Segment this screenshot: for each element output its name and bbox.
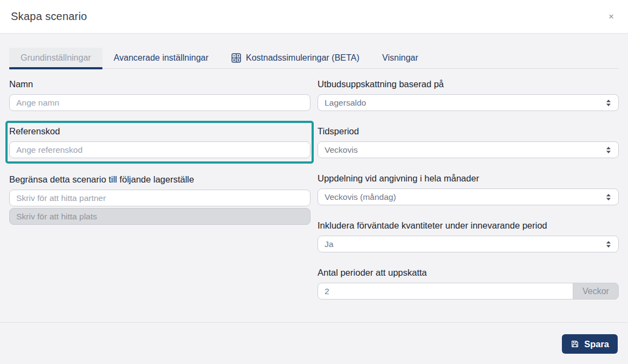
up-down-arrows-icon [606,194,611,200]
close-icon: × [608,11,614,22]
utbud-label: Utbudsuppskattning baserad på [318,78,619,90]
modal-title: Skapa scenario [11,10,87,23]
tab-label: Kostnadssimuleringar (BETA) [246,53,360,63]
field-lagerstalle: Begränsa detta scenario till följande la… [9,173,310,225]
antal-perioder-group: Veckor [318,283,619,300]
form-left-column: Namn Referenskod Begränsa detta scenario… [9,78,310,314]
tab-kostnadssimuleringar[interactable]: Kostnadssimuleringar (BETA) [220,48,371,68]
field-namn: Namn [9,78,310,111]
uppdelning-label: Uppdelning vid angivning i hela månader [318,172,619,184]
up-down-arrows-icon [606,241,611,248]
field-inkludera: Inkludera förväntade kvantiteter under i… [318,219,619,252]
utbud-select[interactable]: Lagersaldo [318,94,619,111]
unit-addon: Veckor [573,283,619,300]
save-button-label: Spara [584,339,609,349]
form-right-column: Utbudsuppskattning baserad på Lagersaldo… [318,78,619,314]
inkludera-selected-value: Ja [325,239,612,249]
field-uppdelning: Uppdelning vid angivning i hela månader … [318,172,619,205]
calculator-icon [231,53,241,63]
antal-perioder-label: Antal perioder att uppskatta [318,266,619,278]
up-down-arrows-icon [606,100,611,106]
create-scenario-modal: Skapa scenario × Grundinställningar Avan… [0,0,628,364]
uppdelning-selected-value: Veckovis (måndag) [325,192,612,202]
plats-search-input [9,208,310,225]
field-tidsperiod: Tidsperiod Veckovis [318,125,619,158]
tab-grundinstallningar[interactable]: Grundinställningar [9,48,102,68]
tab-label: Avancerade inställningar [114,53,209,63]
utbud-selected-value: Lagersaldo [325,98,612,108]
save-button[interactable]: Spara [562,334,618,354]
referenskod-label: Referenskod [9,125,310,137]
inkludera-label: Inkludera förväntade kvantiteter under i… [318,219,619,231]
namn-input[interactable] [9,94,310,111]
tab-visningar[interactable]: Visningar [371,48,429,68]
partner-search-input[interactable] [9,190,310,206]
tab-label: Grundinställningar [21,53,91,63]
tab-label: Visningar [382,53,418,63]
tidsperiod-select[interactable]: Veckovis [318,141,619,158]
field-antal-perioder: Antal perioder att uppskatta Veckor [318,266,619,300]
up-down-arrows-icon [606,147,611,153]
inkludera-select[interactable]: Ja [318,236,619,252]
tab-bar: Grundinställningar Avancerade inställnin… [9,48,619,69]
floppy-disk-icon [571,340,579,348]
tidsperiod-selected-value: Veckovis [325,145,612,155]
close-button[interactable]: × [605,10,617,23]
tab-avancerade-installningar[interactable]: Avancerade inställningar [102,48,220,68]
referenskod-highlight-box: Referenskod [5,121,314,164]
referenskod-input[interactable] [9,141,310,158]
modal-body: Grundinställningar Avancerade inställnin… [0,34,628,322]
field-utbud: Utbudsuppskattning baserad på Lagersaldo [318,78,619,111]
modal-footer: Spara [0,322,628,364]
namn-label: Namn [9,78,310,90]
uppdelning-select[interactable]: Veckovis (måndag) [318,188,619,205]
scenario-form: Namn Referenskod Begränsa detta scenario… [0,69,628,314]
lagerstalle-label: Begränsa detta scenario till följande la… [9,173,310,185]
tidsperiod-label: Tidsperiod [318,125,619,137]
modal-header: Skapa scenario × [0,0,628,34]
antal-perioder-input[interactable] [318,283,573,300]
field-referenskod: Referenskod [9,125,310,158]
